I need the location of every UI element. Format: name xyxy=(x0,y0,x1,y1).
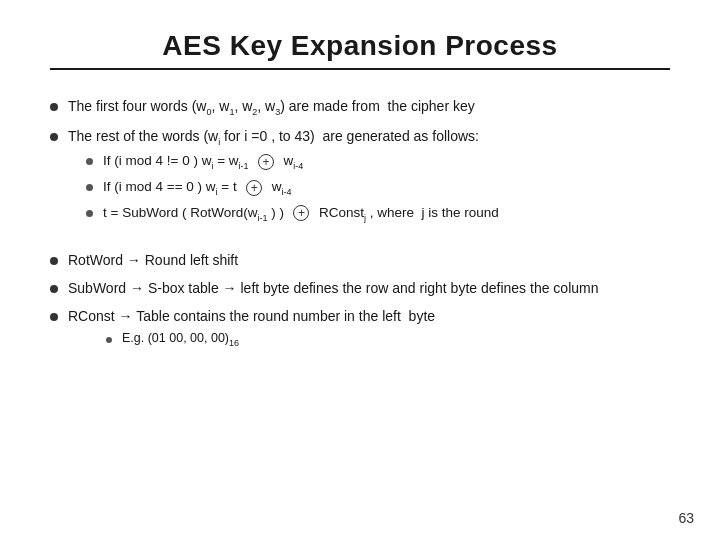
bullet-item-4: SubWord → S-box table → left byte define… xyxy=(50,278,670,300)
bullet-item-2: The rest of the words (wi for i =0 , to … xyxy=(50,126,670,229)
sub-bullet-dot-1 xyxy=(86,158,93,165)
spacer xyxy=(50,234,670,248)
bullet-item-3: RotWord → Round left shift xyxy=(50,250,670,272)
sub-bullet-text-1: If (i mod 4 != 0 ) wi = wi-1 wi-4 xyxy=(103,151,303,174)
bullet-text-5: RConst → Table contains the round number… xyxy=(68,308,435,324)
sub-bullets-5: E.g. (01 00, 00, 00)16 xyxy=(86,329,435,350)
bullet-dot-1 xyxy=(50,103,58,111)
title-area: AES Key Expansion Process xyxy=(50,30,670,86)
bullet-dot-5 xyxy=(50,313,58,321)
sub-bullet-3: t = SubWord ( RotWord(wi-1 ) ) RConstj ,… xyxy=(86,203,499,226)
sub-sub-text-1: E.g. (01 00, 00, 00)16 xyxy=(122,329,239,350)
sub-bullet-2: If (i mod 4 == 0 ) wi = t wi-4 xyxy=(86,177,499,200)
bullet-dot-4 xyxy=(50,285,58,293)
slide-title: AES Key Expansion Process xyxy=(50,30,670,62)
sub-bullet-dot-3 xyxy=(86,210,93,217)
slide-container: AES Key Expansion Process The first four… xyxy=(0,0,720,540)
sub-sub-bullet-1: E.g. (01 00, 00, 00)16 xyxy=(106,329,435,350)
sub-sub-dot-1 xyxy=(106,337,112,343)
bullet-item-1: The first four words (w0, w1, w2, w3) ar… xyxy=(50,96,670,120)
bullet-dot-2 xyxy=(50,133,58,141)
oplus-icon-1 xyxy=(258,154,274,170)
bullet-text-3: RotWord → Round left shift xyxy=(68,250,238,272)
title-underline xyxy=(50,68,670,70)
bullet-dot-3 xyxy=(50,257,58,265)
content-area: The first four words (w0, w1, w2, w3) ar… xyxy=(50,96,670,510)
sub-bullet-text-3: t = SubWord ( RotWord(wi-1 ) ) RConstj ,… xyxy=(103,203,499,226)
sub-bullet-dot-2 xyxy=(86,184,93,191)
sub-bullet-text-2: If (i mod 4 == 0 ) wi = t wi-4 xyxy=(103,177,291,200)
bullet-item-5: RConst → Table contains the round number… xyxy=(50,306,670,353)
sub-bullet-1: If (i mod 4 != 0 ) wi = wi-1 wi-4 xyxy=(86,151,499,174)
bullet-text-4: SubWord → S-box table → left byte define… xyxy=(68,278,598,300)
page-number: 63 xyxy=(678,510,694,526)
oplus-icon-2 xyxy=(246,180,262,196)
bullet-text-2: The rest of the words (wi for i =0 , to … xyxy=(68,128,479,144)
sub-bullets-2: If (i mod 4 != 0 ) wi = wi-1 wi-4 If (i … xyxy=(86,151,499,225)
bullet-text-1: The first four words (w0, w1, w2, w3) ar… xyxy=(68,96,475,120)
oplus-icon-3 xyxy=(293,205,309,221)
